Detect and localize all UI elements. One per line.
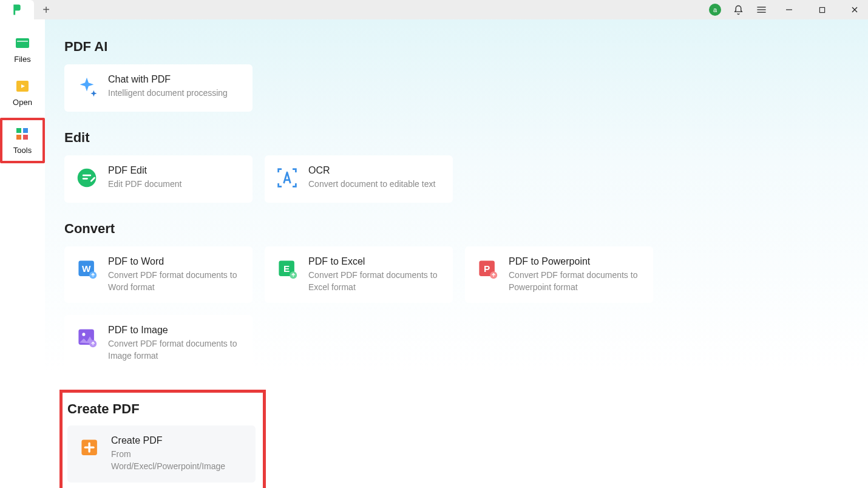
svg-rect-4 [819,7,824,12]
pdf-to-word-card[interactable]: W PDF to Word Convert PDF format documen… [64,246,253,303]
card-title: PDF to Powerpoint [509,256,642,267]
card-title: PDF Edit [108,165,242,176]
titlebar: + a [0,0,868,19]
sidebar-label: Tools [13,146,32,155]
card-text: PDF to Word Convert PDF format documents… [108,256,242,293]
card-text: PDF to Powerpoint Convert PDF format doc… [509,256,642,293]
section-convert: Convert W PDF to Word Convert PDF format… [64,221,849,371]
chat-with-pdf-card[interactable]: Chat with PDF Intelligent document proce… [64,64,253,112]
close-button[interactable] [844,1,866,18]
svg-text:W: W [82,263,91,274]
card-desc: Edit PDF document [108,178,242,191]
card-desc: Convert PDF format documents to Excel fo… [308,269,442,293]
section-title: Edit [64,130,849,146]
notification-icon[interactable] [732,4,744,16]
sidebar-item-open[interactable]: Open [4,75,41,110]
section-pdf-ai: PDF AI Chat with PDF Intelligent documen… [64,39,849,112]
main-area: Files Open Tools [0,19,868,488]
user-avatar[interactable]: a [709,4,721,16]
svg-point-29 [82,333,85,336]
section-title: PDF AI [64,39,849,55]
svg-text:P: P [484,263,490,274]
sparkle-icon [75,75,98,98]
sidebar-item-files[interactable]: Files [4,32,41,67]
card-desc: Convert PDF format documents to Word for… [108,269,242,293]
svg-text:E: E [283,263,290,274]
powerpoint-icon: P [476,257,499,280]
maximize-button[interactable] [811,1,833,18]
card-text: PDF to Image Convert PDF format document… [108,325,242,362]
tools-icon [15,126,30,142]
svg-rect-14 [23,135,28,140]
app-logo-icon [12,4,22,16]
card-desc: Convert document to editable text [308,178,442,191]
svg-rect-12 [23,128,28,133]
create-pdf-highlight: Create PDF Create PDF From Word/Execl/Po… [59,390,266,488]
create-pdf-icon [78,436,101,459]
minimize-button[interactable] [778,1,800,18]
svg-rect-8 [17,41,28,42]
card-title: PDF to Word [108,256,242,267]
card-text: Create PDF From Word/Execl/Powerpoint/Im… [111,435,245,472]
content: PDF AI Chat with PDF Intelligent documen… [45,19,868,488]
card-row: Chat with PDF Intelligent document proce… [64,64,849,112]
files-icon [15,35,30,51]
pdf-to-ppt-card[interactable]: P PDF to Powerpoint Convert PDF format d… [465,246,653,303]
card-text: OCR Convert document to editable text [308,165,442,191]
card-row: W PDF to Word Convert PDF format documen… [64,246,849,371]
card-title: Chat with PDF [108,74,242,85]
card-desc: Convert PDF format documents to Powerpoi… [509,269,642,293]
card-desc: Convert PDF format documents to Image fo… [108,338,242,362]
excel-icon: E [276,257,299,280]
titlebar-right: a [709,1,866,18]
sidebar-highlight: Tools [0,118,45,163]
card-title: OCR [308,165,442,176]
create-pdf-card[interactable]: Create PDF From Word/Execl/Powerpoint/Im… [67,425,256,482]
card-text: PDF to Excel Convert PDF format document… [308,256,442,293]
section-title: Create PDF [67,401,256,417]
new-tab-button[interactable]: + [34,3,58,17]
svg-rect-17 [83,178,88,180]
sidebar-label: Open [13,98,32,107]
card-text: Chat with PDF Intelligent document proce… [108,74,242,100]
card-title: Create PDF [111,435,245,446]
titlebar-left: + [0,0,58,19]
menu-icon[interactable] [755,4,767,16]
pdf-edit-card[interactable]: PDF Edit Edit PDF document [64,155,253,203]
card-title: PDF to Image [108,325,242,336]
ocr-icon [276,166,299,189]
section-title: Convert [64,221,849,237]
svg-rect-7 [16,38,29,48]
app-tab[interactable] [0,0,34,19]
pdf-to-excel-card[interactable]: E PDF to Excel Convert PDF format docume… [265,246,453,303]
svg-rect-13 [16,135,21,140]
svg-rect-16 [83,175,91,177]
pdf-to-image-card[interactable]: PDF to Image Convert PDF format document… [64,315,253,371]
sidebar: Files Open Tools [0,19,45,488]
card-text: PDF Edit Edit PDF document [108,165,242,191]
open-icon [15,78,30,94]
word-icon: W [75,257,98,280]
section-edit: Edit PDF Edit Edit PDF document [64,130,849,203]
svg-rect-11 [16,128,21,133]
pdf-edit-icon [75,166,98,189]
ocr-card[interactable]: OCR Convert document to editable text [265,155,453,203]
card-desc: Intelligent document processing [108,87,242,100]
card-row: PDF Edit Edit PDF document OCR Convert d… [64,155,849,203]
card-title: PDF to Excel [308,256,442,267]
card-desc: From Word/Execl/Powerpoint/Image [111,449,245,472]
image-icon [75,326,98,349]
sidebar-item-tools[interactable]: Tools [2,123,42,158]
sidebar-label: Files [14,55,30,64]
